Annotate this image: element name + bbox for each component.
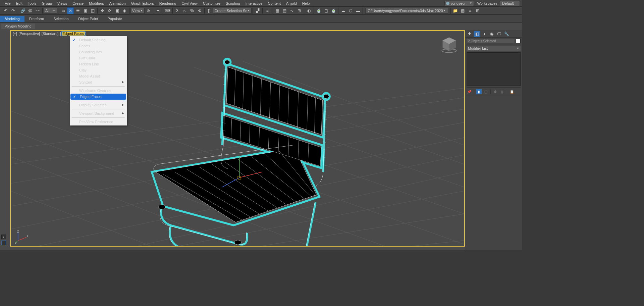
select-move-button[interactable]: ⤧ bbox=[67, 7, 74, 14]
viewport-label[interactable]: [+] [Perspective] [Standard] [Edged Face… bbox=[13, 32, 87, 36]
manipulate-button[interactable]: ✦ bbox=[155, 7, 161, 14]
create-tab-icon[interactable]: ✚ bbox=[467, 31, 473, 37]
menu-create[interactable]: Create bbox=[70, 1, 86, 6]
ctx-model-assist[interactable]: Model Assist bbox=[70, 73, 127, 79]
display-tab-icon[interactable]: 🖵 bbox=[496, 31, 502, 37]
modifier-list-dropdown[interactable]: Modifier List▼ bbox=[467, 46, 521, 51]
project-path-field[interactable]: C:\Users\yongyeon\Documents\3ds Max 2020… bbox=[365, 8, 448, 14]
snap-toggle-button[interactable]: 3 bbox=[174, 7, 181, 14]
menu-file[interactable]: File bbox=[2, 1, 13, 6]
selection-filter-dropdown[interactable]: All▼ bbox=[44, 8, 57, 14]
render-frame-button[interactable]: ▢ bbox=[323, 7, 329, 14]
a360-button[interactable]: ⬡ bbox=[347, 7, 354, 14]
pivot-center-button[interactable]: ⊕ bbox=[145, 7, 152, 14]
menu-scripting[interactable]: Scripting bbox=[223, 1, 243, 6]
mirror-button[interactable]: ▞ bbox=[254, 7, 261, 14]
show-end-result-icon[interactable]: ▮ bbox=[476, 89, 482, 94]
polygon-modeling-panel[interactable]: Polygon Modeling bbox=[1, 23, 35, 29]
menu-tools[interactable]: Tools bbox=[25, 1, 39, 6]
menu-civilview[interactable]: Civil View bbox=[179, 1, 200, 6]
undo-button[interactable]: ↶ bbox=[2, 7, 9, 14]
ribbon-tab-objectpaint[interactable]: Object Paint bbox=[73, 16, 103, 22]
redo-button[interactable]: ↷ bbox=[10, 7, 16, 14]
schematic-view-button[interactable]: ⊞ bbox=[296, 7, 303, 14]
named-selection-dropdown[interactable]: Create Selection Se▼ bbox=[213, 8, 252, 14]
ctx-viewport-background[interactable]: Viewport Background▶ bbox=[70, 110, 127, 116]
menu-customize[interactable]: Customize bbox=[200, 1, 223, 6]
configure-sets-icon[interactable]: 📋 bbox=[509, 89, 515, 94]
menu-modifiers[interactable]: Modifiers bbox=[86, 1, 107, 6]
object-color-swatch[interactable] bbox=[516, 39, 521, 43]
workspaces-dropdown[interactable]: Default bbox=[500, 1, 520, 6]
ctx-per-view-preference[interactable]: Per-View Preference bbox=[70, 119, 127, 125]
keyboard-shortcut-button[interactable]: ⌨ bbox=[164, 7, 171, 14]
placement-button[interactable]: ◉ bbox=[121, 7, 128, 14]
angle-snap-button[interactable]: ⊾ bbox=[181, 7, 188, 14]
utilities-tab-icon[interactable]: 🔧 bbox=[503, 31, 509, 37]
layers-button[interactable]: ≡ bbox=[467, 7, 474, 14]
menu-views[interactable]: Views bbox=[55, 1, 70, 6]
manage-layers-button[interactable]: ⊞ bbox=[474, 7, 481, 14]
edit-selection-set-button[interactable]: {} bbox=[206, 7, 213, 14]
open-autodesk-button[interactable]: ☁ bbox=[340, 7, 346, 14]
ctx-flat-color[interactable]: Flat Color bbox=[70, 55, 127, 61]
window-crossing-button[interactable]: ◫ bbox=[89, 7, 96, 14]
menu-help[interactable]: Help bbox=[300, 1, 313, 6]
ctx-wireframe-override[interactable]: Wireframe Override bbox=[70, 88, 127, 94]
move-button[interactable]: ✥ bbox=[99, 7, 106, 14]
ctx-default-shading[interactable]: ✓Default Shading bbox=[70, 37, 127, 43]
menu-group[interactable]: Group bbox=[39, 1, 55, 6]
perspective-viewport[interactable]: [+] [Perspective] [Standard] [Edged Face… bbox=[10, 30, 465, 247]
curve-editor-button[interactable]: ∿ bbox=[288, 7, 295, 14]
ctx-bounding-box[interactable]: Bounding Box bbox=[70, 49, 127, 55]
selection-region-button[interactable]: ▣ bbox=[82, 7, 89, 14]
make-unique-icon[interactable]: ◫ bbox=[483, 89, 488, 94]
viewcube[interactable] bbox=[440, 36, 458, 54]
menu-edit[interactable]: Edit bbox=[13, 1, 25, 6]
render-button[interactable]: 🍵 bbox=[330, 7, 337, 14]
motion-tab-icon[interactable]: ◉ bbox=[489, 31, 495, 37]
scale-button[interactable]: ▣ bbox=[114, 7, 120, 14]
viewport-play-button[interactable]: ▸ bbox=[1, 235, 6, 239]
render-cloud-button[interactable]: ▬ bbox=[355, 7, 361, 14]
menu-arnold[interactable]: Arnold bbox=[283, 1, 300, 6]
ctx-display-selected[interactable]: Display Selected▶ bbox=[70, 102, 127, 108]
remove-modifier-icon[interactable]: 🗑 bbox=[493, 89, 498, 94]
align-button[interactable]: ≡ bbox=[264, 7, 271, 14]
select-by-name-button[interactable]: ☰ bbox=[74, 7, 81, 14]
ctx-hidden-line[interactable]: Hidden Line bbox=[70, 61, 127, 67]
percent-snap-button[interactable]: % bbox=[189, 7, 196, 14]
modifier-stack[interactable] bbox=[467, 52, 521, 86]
lock-stack-icon[interactable]: ▯ bbox=[499, 89, 505, 94]
ctx-clay[interactable]: Clay bbox=[70, 67, 127, 73]
render-setup-button[interactable]: 🍵 bbox=[315, 7, 322, 14]
toggle-ribbon-button[interactable]: ▤ bbox=[281, 7, 288, 14]
ribbon-tab-populate[interactable]: Populate bbox=[103, 16, 126, 22]
ctx-facets[interactable]: Facets bbox=[70, 43, 127, 49]
spinner-snap-button[interactable]: ⟲ bbox=[196, 7, 203, 14]
selection-name-field[interactable]: 2 Objects Selected bbox=[467, 39, 515, 43]
menu-content[interactable]: Content bbox=[265, 1, 283, 6]
ctx-stylized[interactable]: Stylized▶ bbox=[70, 79, 127, 85]
menu-rendering[interactable]: Rendering bbox=[157, 1, 179, 6]
select-object-button[interactable]: ▭ bbox=[60, 7, 66, 14]
modify-tab-icon[interactable]: ◧ bbox=[474, 31, 480, 37]
user-account-button[interactable]: yongyeon ▼ bbox=[444, 1, 474, 6]
unlink-button[interactable]: ⛓ bbox=[27, 7, 34, 14]
menu-interactive[interactable]: Interactive bbox=[243, 1, 265, 6]
layer-explorer-button[interactable]: ▦ bbox=[274, 7, 280, 14]
bind-button[interactable]: 〰 bbox=[34, 7, 41, 14]
hierarchy-tab-icon[interactable]: ♦ bbox=[481, 31, 487, 37]
ribbon-tab-freeform[interactable]: Freeform bbox=[24, 16, 49, 22]
ctx-edged-faces[interactable]: ✓Edged Faces bbox=[70, 94, 126, 100]
ribbon-tab-modeling[interactable]: Modeling bbox=[0, 16, 24, 22]
rotate-button[interactable]: ⟳ bbox=[106, 7, 113, 14]
link-button[interactable]: 🔗 bbox=[19, 7, 26, 14]
set-project-button[interactable]: 📁 bbox=[452, 7, 459, 14]
menu-grapheditors[interactable]: Graph Editors bbox=[128, 1, 157, 6]
ribbon-tab-selection[interactable]: Selection bbox=[49, 16, 73, 22]
pin-stack-icon[interactable]: 📌 bbox=[467, 89, 472, 94]
asset-tracking-button[interactable]: ▦ bbox=[460, 7, 466, 14]
material-editor-button[interactable]: ◐ bbox=[306, 7, 312, 14]
viewport-active-indicator[interactable] bbox=[1, 241, 6, 245]
